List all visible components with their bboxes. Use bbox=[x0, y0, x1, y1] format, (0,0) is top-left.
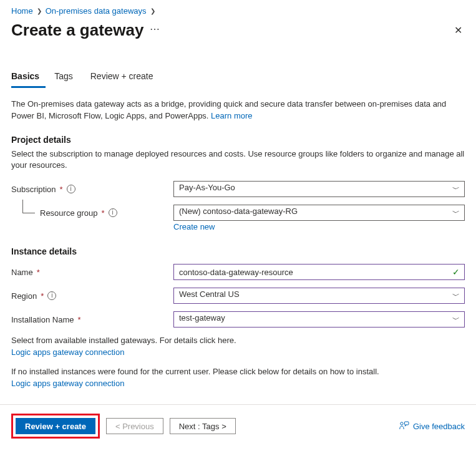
highlight-review-create: Review + create bbox=[11, 414, 100, 439]
tab-tags[interactable]: Tags bbox=[46, 66, 82, 88]
breadcrumb-home[interactable]: Home bbox=[11, 6, 33, 16]
instance-details-header: Instance details bbox=[11, 246, 465, 256]
person-feedback-icon bbox=[399, 421, 409, 432]
required-asterisk: * bbox=[41, 291, 44, 301]
label-resource-group-text: Resource group bbox=[40, 208, 98, 218]
learn-more-link[interactable]: Learn more bbox=[211, 111, 252, 120]
required-asterisk: * bbox=[102, 208, 105, 218]
svg-point-0 bbox=[401, 422, 403, 425]
label-install-text: Installation Name bbox=[11, 315, 74, 324]
tab-basics[interactable]: Basics bbox=[11, 66, 46, 88]
required-asterisk: * bbox=[37, 268, 40, 277]
row-installation-name: Installation Name * test-gateway ﹀ bbox=[11, 311, 465, 328]
intro-text: The On-premises data gateway acts as a b… bbox=[11, 99, 465, 122]
info-icon[interactable]: i bbox=[109, 208, 117, 217]
region-select[interactable]: West Central US bbox=[173, 288, 465, 304]
close-icon[interactable]: ✕ bbox=[452, 22, 465, 39]
row-region: Region * i West Central US ﹀ bbox=[11, 288, 465, 304]
required-asterisk: * bbox=[60, 185, 63, 194]
tab-review-create[interactable]: Review + create bbox=[82, 66, 162, 88]
row-name: Name * ✓ bbox=[11, 264, 465, 280]
project-details-header: Project details bbox=[11, 135, 465, 145]
svg-rect-1 bbox=[404, 422, 409, 425]
label-installation-name: Installation Name * bbox=[11, 315, 173, 324]
breadcrumb: Home ❯ On-premises data gateways ❯ bbox=[11, 6, 465, 16]
subscription-select[interactable]: Pay-As-You-Go bbox=[173, 181, 465, 197]
label-name-text: Name bbox=[11, 268, 33, 277]
label-name: Name * bbox=[11, 268, 173, 277]
name-input[interactable] bbox=[173, 264, 465, 280]
give-feedback-label: Give feedback bbox=[413, 422, 465, 431]
label-resource-group: Resource group * i bbox=[11, 208, 173, 218]
required-asterisk: * bbox=[77, 315, 80, 324]
create-new-rg-link[interactable]: Create new bbox=[173, 222, 215, 231]
chevron-right-icon: ❯ bbox=[37, 7, 42, 14]
previous-button[interactable]: < Previous bbox=[106, 418, 163, 434]
project-details-sub: Select the subscription to manage deploy… bbox=[11, 148, 465, 171]
next-button[interactable]: Next : Tags > bbox=[170, 418, 236, 434]
breadcrumb-gateways[interactable]: On-premises data gateways bbox=[46, 6, 147, 16]
resource-group-select[interactable]: (New) contoso-data-gateway-RG bbox=[173, 205, 465, 221]
label-subscription: Subscription * i bbox=[11, 185, 173, 194]
tree-connector bbox=[22, 200, 35, 213]
row-subscription: Subscription * i Pay-As-You-Go ﹀ bbox=[11, 181, 465, 197]
info-icon[interactable]: i bbox=[67, 185, 75, 193]
label-region-text: Region bbox=[11, 291, 37, 301]
row-resource-group: Resource group * i (New) contoso-data-ga… bbox=[11, 205, 465, 221]
page-header: Create a gateway ⋯ ✕ bbox=[11, 21, 465, 40]
logic-apps-link-2[interactable]: Logic apps gateway connection bbox=[11, 379, 124, 388]
logic-apps-link-1[interactable]: Logic apps gateway connection bbox=[11, 347, 124, 357]
give-feedback-link[interactable]: Give feedback bbox=[399, 421, 465, 432]
installation-name-select[interactable]: test-gateway bbox=[173, 311, 465, 328]
hint-select-text: Select from available installed gateways… bbox=[11, 335, 465, 347]
label-region: Region * i bbox=[11, 291, 173, 301]
page-title: Create a gateway bbox=[11, 21, 143, 40]
footer-bar: Review + create < Previous Next : Tags >… bbox=[0, 404, 476, 439]
tab-bar: Basics Tags Review + create bbox=[11, 66, 465, 89]
more-icon[interactable]: ⋯ bbox=[150, 24, 160, 37]
hint-select-gateway: Select from available installed gateways… bbox=[11, 335, 465, 359]
label-subscription-text: Subscription bbox=[11, 185, 56, 194]
chevron-right-icon: ❯ bbox=[150, 7, 155, 14]
info-icon[interactable]: i bbox=[47, 291, 56, 300]
hint-no-instances: If no installed instances were found for… bbox=[11, 366, 465, 390]
review-create-button[interactable]: Review + create bbox=[16, 418, 95, 434]
hint-none-text: If no installed instances were found for… bbox=[11, 366, 465, 378]
